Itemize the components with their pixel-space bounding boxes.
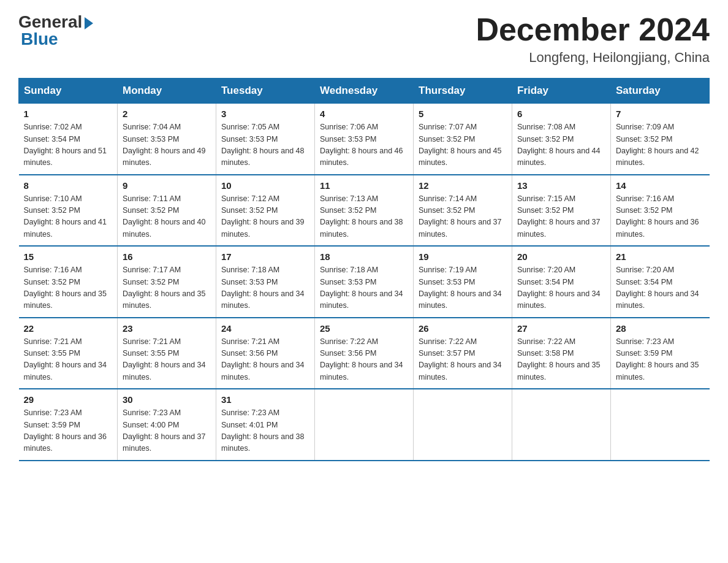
day-number: 16 xyxy=(123,251,211,262)
calendar-cell: 15Sunrise: 7:16 AMSunset: 3:52 PMDayligh… xyxy=(19,246,118,318)
day-number: 13 xyxy=(517,180,605,191)
calendar-cell xyxy=(414,389,512,461)
calendar-cell: 11Sunrise: 7:13 AMSunset: 3:52 PMDayligh… xyxy=(315,175,414,247)
day-info: Sunrise: 7:23 AMSunset: 4:01 PMDaylight:… xyxy=(221,407,309,455)
day-info: Sunrise: 7:02 AMSunset: 3:54 PMDaylight:… xyxy=(24,121,113,169)
calendar-cell: 12Sunrise: 7:14 AMSunset: 3:52 PMDayligh… xyxy=(414,175,512,247)
day-number: 3 xyxy=(221,109,309,119)
day-number: 23 xyxy=(123,323,211,334)
calendar-table: SundayMondayTuesdayWednesdayThursdayFrid… xyxy=(18,78,710,461)
calendar-cell: 3Sunrise: 7:05 AMSunset: 3:53 PMDaylight… xyxy=(216,104,315,175)
day-info: Sunrise: 7:23 AMSunset: 3:59 PMDaylight:… xyxy=(24,407,113,455)
location-subtitle: Longfeng, Heilongjiang, China xyxy=(476,50,710,66)
day-number: 19 xyxy=(419,251,507,262)
calendar-cell: 19Sunrise: 7:19 AMSunset: 3:53 PMDayligh… xyxy=(414,246,512,318)
day-number: 22 xyxy=(24,323,113,334)
calendar-cell: 25Sunrise: 7:22 AMSunset: 3:56 PMDayligh… xyxy=(315,318,414,389)
day-info: Sunrise: 7:23 AMSunset: 3:59 PMDaylight:… xyxy=(616,336,705,384)
day-number: 10 xyxy=(221,180,309,191)
weekday-header-row: SundayMondayTuesdayWednesdayThursdayFrid… xyxy=(19,79,710,104)
calendar-cell: 9Sunrise: 7:11 AMSunset: 3:52 PMDaylight… xyxy=(118,175,216,247)
day-number: 1 xyxy=(24,109,113,119)
day-info: Sunrise: 7:08 AMSunset: 3:52 PMDaylight:… xyxy=(517,121,605,169)
day-info: Sunrise: 7:22 AMSunset: 3:57 PMDaylight:… xyxy=(419,336,507,384)
day-number: 17 xyxy=(221,251,309,262)
day-info: Sunrise: 7:18 AMSunset: 3:53 PMDaylight:… xyxy=(320,264,408,312)
day-number: 20 xyxy=(517,251,605,262)
logo: General Blue xyxy=(18,12,93,49)
calendar-cell: 28Sunrise: 7:23 AMSunset: 3:59 PMDayligh… xyxy=(611,318,710,389)
calendar-cell: 18Sunrise: 7:18 AMSunset: 3:53 PMDayligh… xyxy=(315,246,414,318)
month-year-title: December 2024 xyxy=(476,12,710,47)
calendar-cell: 1Sunrise: 7:02 AMSunset: 3:54 PMDaylight… xyxy=(19,104,118,175)
day-number: 24 xyxy=(221,323,309,334)
weekday-header-sunday: Sunday xyxy=(19,79,118,104)
weekday-header-friday: Friday xyxy=(512,79,611,104)
calendar-cell: 6Sunrise: 7:08 AMSunset: 3:52 PMDaylight… xyxy=(512,104,611,175)
page-header: General Blue December 2024 Longfeng, Hei… xyxy=(18,12,710,66)
calendar-cell xyxy=(611,389,710,461)
calendar-cell: 14Sunrise: 7:16 AMSunset: 3:52 PMDayligh… xyxy=(611,175,710,247)
day-number: 12 xyxy=(419,180,507,191)
day-info: Sunrise: 7:19 AMSunset: 3:53 PMDaylight:… xyxy=(419,264,507,312)
day-number: 2 xyxy=(123,109,211,119)
title-block: December 2024 Longfeng, Heilongjiang, Ch… xyxy=(476,12,710,66)
day-info: Sunrise: 7:20 AMSunset: 3:54 PMDaylight:… xyxy=(517,264,605,312)
day-number: 9 xyxy=(123,180,211,191)
day-number: 15 xyxy=(24,251,113,262)
day-number: 30 xyxy=(123,394,211,405)
calendar-week-row: 29Sunrise: 7:23 AMSunset: 3:59 PMDayligh… xyxy=(19,389,710,461)
day-number: 29 xyxy=(24,394,113,405)
calendar-cell: 2Sunrise: 7:04 AMSunset: 3:53 PMDaylight… xyxy=(118,104,216,175)
weekday-header-wednesday: Wednesday xyxy=(315,79,414,104)
calendar-cell: 7Sunrise: 7:09 AMSunset: 3:52 PMDaylight… xyxy=(611,104,710,175)
weekday-header-monday: Monday xyxy=(118,79,216,104)
day-number: 27 xyxy=(517,323,605,334)
day-info: Sunrise: 7:21 AMSunset: 3:56 PMDaylight:… xyxy=(221,336,309,384)
calendar-cell: 31Sunrise: 7:23 AMSunset: 4:01 PMDayligh… xyxy=(216,389,315,461)
day-info: Sunrise: 7:13 AMSunset: 3:52 PMDaylight:… xyxy=(320,193,408,241)
calendar-cell xyxy=(315,389,414,461)
calendar-cell: 5Sunrise: 7:07 AMSunset: 3:52 PMDaylight… xyxy=(414,104,512,175)
calendar-cell: 24Sunrise: 7:21 AMSunset: 3:56 PMDayligh… xyxy=(216,318,315,389)
day-info: Sunrise: 7:20 AMSunset: 3:54 PMDaylight:… xyxy=(616,264,705,312)
day-number: 4 xyxy=(320,109,408,119)
day-number: 8 xyxy=(24,180,113,191)
day-info: Sunrise: 7:21 AMSunset: 3:55 PMDaylight:… xyxy=(123,336,211,384)
calendar-cell: 29Sunrise: 7:23 AMSunset: 3:59 PMDayligh… xyxy=(19,389,118,461)
day-number: 25 xyxy=(320,323,408,334)
day-info: Sunrise: 7:22 AMSunset: 3:58 PMDaylight:… xyxy=(517,336,605,384)
calendar-week-row: 15Sunrise: 7:16 AMSunset: 3:52 PMDayligh… xyxy=(19,246,710,318)
calendar-body: 1Sunrise: 7:02 AMSunset: 3:54 PMDaylight… xyxy=(19,104,710,461)
day-number: 26 xyxy=(419,323,507,334)
day-number: 6 xyxy=(517,109,605,119)
calendar-cell: 27Sunrise: 7:22 AMSunset: 3:58 PMDayligh… xyxy=(512,318,611,389)
calendar-cell: 23Sunrise: 7:21 AMSunset: 3:55 PMDayligh… xyxy=(118,318,216,389)
day-info: Sunrise: 7:11 AMSunset: 3:52 PMDaylight:… xyxy=(123,193,211,241)
day-info: Sunrise: 7:07 AMSunset: 3:52 PMDaylight:… xyxy=(419,121,507,169)
calendar-week-row: 22Sunrise: 7:21 AMSunset: 3:55 PMDayligh… xyxy=(19,318,710,389)
day-number: 18 xyxy=(320,251,408,262)
calendar-cell: 13Sunrise: 7:15 AMSunset: 3:52 PMDayligh… xyxy=(512,175,611,247)
calendar-cell xyxy=(512,389,611,461)
day-info: Sunrise: 7:10 AMSunset: 3:52 PMDaylight:… xyxy=(24,193,113,241)
day-number: 7 xyxy=(616,109,705,119)
calendar-cell: 21Sunrise: 7:20 AMSunset: 3:54 PMDayligh… xyxy=(611,246,710,318)
day-info: Sunrise: 7:05 AMSunset: 3:53 PMDaylight:… xyxy=(221,121,309,169)
calendar-cell: 10Sunrise: 7:12 AMSunset: 3:52 PMDayligh… xyxy=(216,175,315,247)
day-number: 14 xyxy=(616,180,705,191)
calendar-week-row: 1Sunrise: 7:02 AMSunset: 3:54 PMDaylight… xyxy=(19,104,710,175)
weekday-header-saturday: Saturday xyxy=(611,79,710,104)
calendar-cell: 30Sunrise: 7:23 AMSunset: 4:00 PMDayligh… xyxy=(118,389,216,461)
day-info: Sunrise: 7:16 AMSunset: 3:52 PMDaylight:… xyxy=(616,193,705,241)
day-info: Sunrise: 7:22 AMSunset: 3:56 PMDaylight:… xyxy=(320,336,408,384)
day-info: Sunrise: 7:21 AMSunset: 3:55 PMDaylight:… xyxy=(24,336,113,384)
day-info: Sunrise: 7:09 AMSunset: 3:52 PMDaylight:… xyxy=(616,121,705,169)
day-info: Sunrise: 7:06 AMSunset: 3:53 PMDaylight:… xyxy=(320,121,408,169)
day-info: Sunrise: 7:18 AMSunset: 3:53 PMDaylight:… xyxy=(221,264,309,312)
day-info: Sunrise: 7:15 AMSunset: 3:52 PMDaylight:… xyxy=(517,193,605,241)
day-info: Sunrise: 7:16 AMSunset: 3:52 PMDaylight:… xyxy=(24,264,113,312)
day-info: Sunrise: 7:04 AMSunset: 3:53 PMDaylight:… xyxy=(123,121,211,169)
day-number: 31 xyxy=(221,394,309,405)
calendar-cell: 17Sunrise: 7:18 AMSunset: 3:53 PMDayligh… xyxy=(216,246,315,318)
